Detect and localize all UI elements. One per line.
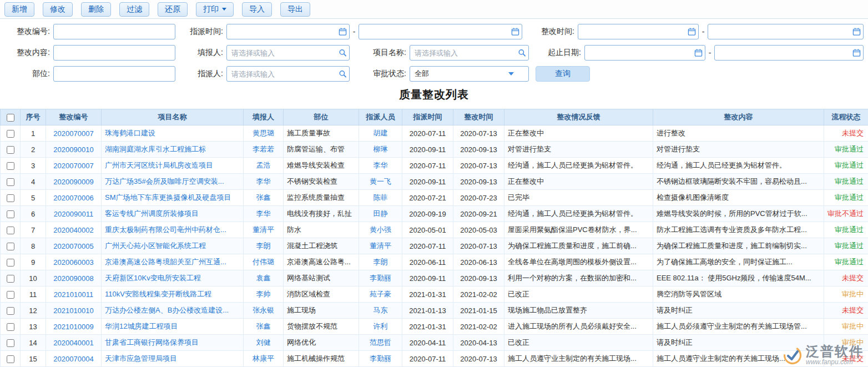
row-checkbox[interactable] (7, 210, 14, 218)
project-name-link[interactable]: 广州市天河区统计局机房改造项目 (105, 161, 213, 169)
search-icon[interactable] (339, 49, 347, 57)
rectify-code-link[interactable]: 2020070004 (53, 355, 93, 363)
project-name-link[interactable]: 京港澳高速公路粤境韶关至广州互通... (105, 258, 226, 266)
project-name-link[interactable]: 万达广场35#会所及咖啡厅空调安装... (105, 177, 224, 185)
row-checkbox[interactable] (7, 339, 14, 347)
assignee-link[interactable]: 范思哲 (370, 338, 391, 346)
rectify-code-link[interactable]: 2020090008 (53, 274, 93, 283)
row-checkbox[interactable] (7, 243, 14, 250)
project-name-link[interactable]: 客运专线广州调度所装修项目 (105, 209, 199, 218)
add-button[interactable]: 新增 (4, 2, 34, 17)
project-name-input[interactable] (410, 45, 529, 61)
row-checkbox[interactable] (7, 146, 14, 154)
reporter-input[interactable] (226, 45, 350, 61)
row-checkbox[interactable] (7, 130, 14, 138)
row-checkbox[interactable] (7, 291, 14, 299)
assignee-link[interactable]: 李勤丽 (370, 354, 391, 363)
calendar-icon[interactable] (852, 28, 861, 36)
export-button[interactable]: 导出 (280, 2, 310, 17)
search-icon[interactable] (518, 49, 526, 57)
table-row[interactable]: 42020090009万达广场35#会所及咖啡厅空调安装...李华不锈钢安装检查… (1, 174, 868, 190)
assignee-link[interactable]: 马东 (374, 306, 388, 314)
row-checkbox[interactable] (7, 259, 14, 267)
table-row[interactable]: 112021010011110kV安豁线程集变开断线路工程李帅消防区域检查苑子豪… (1, 286, 868, 303)
row-checkbox[interactable] (7, 227, 14, 234)
part-input[interactable] (53, 66, 175, 82)
table-row[interactable]: 102020090008天府新区10Kv变电所安装工程袁鑫网络基站测试李勤丽20… (1, 270, 868, 286)
table-row[interactable]: 32020070007广州市天河区统计局机房改造项目孟浩难燃导线安装检查李华20… (1, 158, 868, 174)
date-range-end-input[interactable] (714, 45, 864, 61)
project-name-link[interactable]: 重庆太极制药有限公司亳州中药材仓... (105, 225, 226, 234)
rectify-code-link[interactable]: 2020090010 (53, 145, 93, 154)
reporter-link[interactable]: 李若若 (253, 145, 274, 153)
project-name-link[interactable]: 湖南洞庭湖水库引水工程施工标 (105, 145, 206, 153)
assign-time-start-input[interactable] (226, 24, 350, 39)
assignee-link[interactable]: 黄一飞 (370, 177, 391, 185)
filter-button[interactable]: 过滤 (119, 2, 149, 17)
reporter-link[interactable]: 李帅 (256, 290, 271, 298)
project-name-link[interactable]: 珠海鹤港口建设 (105, 129, 155, 137)
reporter-link[interactable]: 李华 (256, 209, 271, 218)
assignee-link[interactable]: 许利 (374, 322, 388, 330)
reporter-link[interactable]: 袁鑫 (256, 274, 271, 282)
row-checkbox[interactable] (7, 307, 14, 315)
table-row[interactable]: 22020090010湖南洞庭湖水库引水工程施工标李若若防腐管运输、布管柳琳20… (1, 142, 868, 158)
calendar-icon[interactable] (694, 49, 703, 57)
table-row[interactable]: 92020060003京港澳高速公路粤境韶关至广州互通...付伟璐京港澳高速公路… (1, 254, 868, 270)
reporter-link[interactable]: 张永银 (253, 306, 274, 314)
project-name-link[interactable]: 甘肃省工商银行网络保养项目 (105, 338, 199, 346)
table-row[interactable]: 142020040001甘肃省工商银行网络保养项目刘健网络优化范思哲2020-0… (1, 335, 868, 351)
rectify-code-link[interactable]: 2020070007 (53, 129, 93, 138)
search-button[interactable]: 查询 (536, 66, 590, 82)
assignee-link[interactable]: 田静 (374, 209, 388, 218)
reporter-link[interactable]: 张鑫 (256, 322, 271, 330)
rectify-time-end-input[interactable] (708, 24, 864, 39)
reporter-link[interactable]: 李华 (256, 177, 271, 185)
table-row[interactable]: 52020070006SM广场地下车库更换摄像机及硬盘项目张鑫监控系统质量抽查陈… (1, 190, 868, 206)
rectify-code-link[interactable]: 2020060003 (53, 258, 93, 267)
assign-time-end-input[interactable] (359, 24, 522, 39)
table-row[interactable]: 132021010009华润12城房建工程项目张鑫货物摆放不规范许利2021-0… (1, 319, 868, 335)
rectify-code-link[interactable]: 2021010009 (53, 323, 93, 331)
rectify-content-input[interactable] (53, 45, 175, 61)
row-checkbox[interactable] (7, 323, 14, 331)
assignee-link[interactable]: 胡建 (374, 129, 388, 137)
table-row[interactable]: 62020090011客运专线广州调度所装修项目李华电线没有接好，乱扯田静202… (1, 206, 868, 222)
rectify-code-link[interactable]: 2021010011 (54, 290, 93, 299)
project-name-link[interactable]: 天津市应急管理局项目 (105, 354, 177, 363)
row-checkbox[interactable] (7, 162, 14, 170)
rectify-code-link[interactable]: 2020090009 (53, 178, 93, 186)
delete-button[interactable]: 删除 (81, 2, 111, 17)
row-checkbox[interactable] (7, 355, 14, 363)
reporter-link[interactable]: 李朗 (256, 242, 271, 250)
rectify-code-link[interactable]: 2020070007 (53, 162, 93, 170)
assignee-link[interactable]: 苑子豪 (370, 290, 391, 298)
table-row[interactable]: 122021010010万达办公楼左侧A、B办公楼改造建设...张永银施工现场马… (1, 303, 868, 319)
project-name-link[interactable]: 广州天心苑小区智能化系统工程 (105, 242, 206, 250)
rectify-code-link[interactable]: 2020040001 (53, 339, 93, 347)
calendar-icon[interactable] (852, 49, 861, 57)
import-button[interactable]: 导入 (242, 2, 272, 17)
rectify-code-link[interactable]: 2020070006 (53, 194, 93, 202)
edit-button[interactable]: 修改 (43, 2, 73, 17)
rectify-code-link[interactable]: 2020090011 (54, 210, 93, 218)
project-name-link[interactable]: 天府新区10Kv变电所安装工程 (105, 274, 201, 282)
select-all-checkbox[interactable] (7, 114, 14, 122)
rectify-time-start-input[interactable] (578, 24, 699, 39)
assignee-link[interactable]: 柳琳 (374, 145, 388, 153)
table-row[interactable]: 152020070004天津市应急管理局项目林康平施工机械操作规范李勤丽2020… (1, 351, 868, 367)
project-name-link[interactable]: 110kV安豁线程集变开断线路工程 (105, 290, 211, 298)
calendar-icon[interactable] (511, 28, 519, 36)
assigner-input[interactable] (226, 66, 350, 82)
project-name-link[interactable]: 华润12城房建工程项目 (105, 322, 178, 330)
reporter-link[interactable]: 孟浩 (256, 161, 271, 169)
reporter-link[interactable]: 黄思璐 (253, 129, 274, 137)
reporter-link[interactable]: 付伟璐 (253, 258, 274, 266)
rectify-code-link[interactable]: 2020040002 (53, 226, 93, 234)
assignee-link[interactable]: 李华 (374, 161, 388, 169)
rectify-code-link[interactable]: 2020070005 (53, 242, 93, 250)
row-checkbox[interactable] (7, 194, 14, 202)
assignee-link[interactable]: 董清平 (370, 242, 391, 250)
table-row[interactable]: 12020070007珠海鹤港口建设黄思璐施工质量事故胡建2020-07-112… (1, 125, 868, 142)
assignee-link[interactable]: 李朗 (374, 258, 388, 266)
